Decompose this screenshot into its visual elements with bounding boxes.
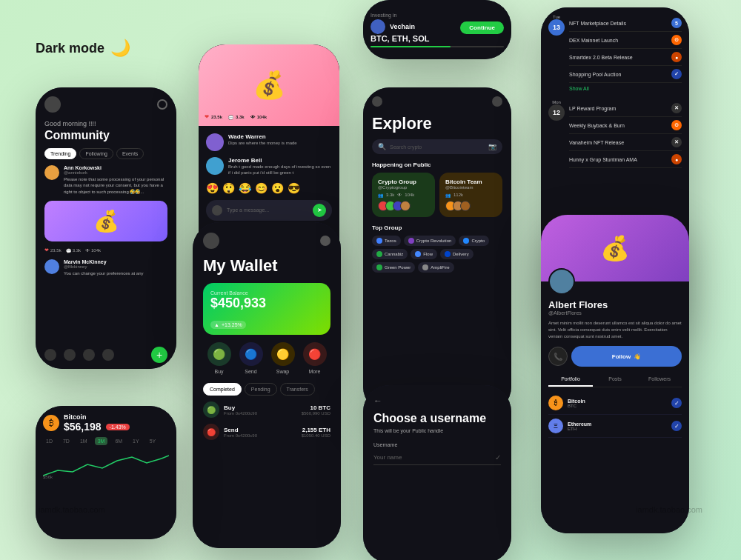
profile-avatar — [548, 268, 575, 295]
bitcoin-team-name: Bitcoin Team — [445, 179, 496, 185]
p1-nav-bell[interactable] — [83, 349, 95, 361]
p1-search-icon[interactable] — [157, 99, 167, 110]
hero-coin-icon: 💰 — [600, 234, 630, 262]
profile-bio: Amet minim mollit non deserunt ullamco e… — [548, 320, 682, 340]
tab-following[interactable]: Following — [79, 148, 113, 159]
tab-transfers[interactable]: Transfers — [280, 383, 315, 396]
p1-bottom-bar: + — [44, 347, 167, 363]
follow-button[interactable]: Follow 👋 — [571, 346, 682, 367]
back-icon[interactable] — [372, 96, 382, 107]
tuesday-badge: Tue 13 — [548, 15, 565, 36]
phone-call-button[interactable]: 📞 — [548, 347, 568, 366]
more-label: More — [309, 369, 321, 374]
p1-nav-home[interactable] — [44, 349, 56, 361]
bitcoin-icon: ₿ — [43, 415, 59, 431]
tab-followers[interactable]: Followers — [637, 373, 682, 387]
emoji-6[interactable]: 😎 — [288, 182, 300, 194]
tag-tezos[interactable]: Tezos — [372, 236, 401, 246]
tab-trending[interactable]: Trending — [44, 148, 76, 159]
event-hunny: Hunny x Grup Stuntman AMA ● — [569, 151, 682, 168]
cannabiz-dot — [376, 251, 382, 257]
bitcoin-chart-svg: $56k — [43, 450, 169, 479]
p1-post2-text: You can change your preferences at any — [64, 270, 144, 276]
emoji-1[interactable]: 😍 — [206, 182, 219, 194]
p2-input-placeholder: Type a message... — [227, 207, 308, 213]
p4-search-bar[interactable]: 🔍 Search crypto 📷 — [372, 139, 502, 154]
tag-cannabiz[interactable]: Cannabiz — [372, 249, 408, 259]
p1-post1-name: Ann Korkowski — [64, 165, 167, 170]
tab-1y[interactable]: 1Y — [130, 437, 142, 445]
community-screen: Good morning !!!! Community Trending Fol… — [36, 87, 176, 369]
tab-3m[interactable]: 3M — [95, 437, 108, 445]
tuesday-events: NFT Marketplace Details 5 DEX Mainnet La… — [569, 15, 682, 94]
emoji-4[interactable]: 😊 — [255, 182, 268, 194]
p3-more-icon[interactable] — [320, 236, 330, 246]
send-icon[interactable]: 🔵 — [239, 342, 263, 366]
camera-icon: 📷 — [488, 143, 496, 150]
emoji-2[interactable]: 😲 — [222, 182, 235, 194]
tab-1d[interactable]: 1D — [43, 437, 56, 445]
vechain-screen: Investing in Vechain BTC, ETH, SOL Conti… — [363, 0, 511, 59]
p2-user2-text: Bruh t good made enough days of investin… — [228, 164, 332, 176]
phone-profile: 💰 Albert Flores @AlbertFlores Amet minim… — [541, 215, 689, 533]
p1-post2-name: Marvin McKinney — [64, 259, 144, 264]
p2-send-button[interactable]: ➤ — [313, 204, 326, 217]
delivery-dot — [445, 251, 451, 257]
p4-topbar — [372, 96, 502, 107]
crypto-group-stats: 👥 3.3k 👁 104k — [378, 193, 429, 198]
tag-amplifire[interactable]: AmpliFire — [418, 262, 453, 273]
tab-6m[interactable]: 6M — [112, 437, 125, 445]
smartdex-badge: ● — [671, 52, 682, 62]
p1-nav-search[interactable] — [64, 349, 76, 361]
tag-green-power[interactable]: Green Power — [372, 262, 415, 273]
p1-views: 👁 104k — [85, 248, 101, 253]
tab-pending[interactable]: Pending — [245, 383, 277, 396]
tab-5y[interactable]: 5Y — [147, 437, 159, 445]
more-icon[interactable]: 🔴 — [303, 342, 327, 366]
p3-user-avatar[interactable] — [203, 233, 219, 249]
p1-nav-profile[interactable] — [102, 349, 114, 361]
p3-balance-card: Current Balance $450,933 ▲ +13.25% — [203, 283, 330, 335]
buy-icon[interactable]: 🟢 — [207, 342, 231, 366]
search-placeholder: Search crypto — [390, 144, 485, 150]
username-input-field[interactable]: Your name ✓ — [373, 450, 501, 465]
p1-stats: ❤ 23.5k 💬 3.3k 👁 104k — [44, 247, 167, 253]
p3-wallet-title: My Wallet — [203, 256, 330, 276]
username-field-label: Username — [373, 442, 501, 447]
tab-portfolio[interactable]: Portfolio — [548, 373, 593, 387]
tab-completed[interactable]: Completed — [203, 383, 242, 396]
p7-back-icon[interactable]: ← — [373, 396, 501, 406]
tab-1m[interactable]: 1M — [77, 437, 90, 445]
nft-badge: 5 — [671, 18, 682, 28]
tag-delivery[interactable]: Delivery — [440, 249, 473, 259]
p1-post1: Ann Korkowski @anniekork Please note tha… — [44, 165, 167, 195]
tag-crypto-rev[interactable]: Crypto Revolution — [404, 236, 456, 246]
p4-group-crypto[interactable]: Crypto Group @Cryptogroup 👥 3.3k 👁 104k — [372, 173, 435, 217]
profile-screen: 💰 Albert Flores @AlbertFlores Amet minim… — [541, 215, 689, 533]
search-icon: 🔍 — [378, 143, 386, 150]
show-all-link[interactable]: Show All — [569, 86, 682, 91]
btc-check: ✓ — [671, 398, 682, 408]
continue-button[interactable]: Continue — [460, 21, 504, 34]
swap-icon[interactable]: 🟡 — [271, 342, 295, 366]
menu-icon[interactable] — [492, 96, 502, 107]
tab-posts[interactable]: Posts — [593, 373, 637, 387]
p6-time-tabs: 1D 7D 1M 3M 6M 1Y 5Y — [43, 437, 169, 445]
tab-events[interactable]: Events — [116, 148, 144, 159]
p1-user-avatar[interactable] — [44, 96, 61, 113]
tag-flow[interactable]: Flow — [411, 249, 437, 259]
emoji-5[interactable]: 😮 — [271, 182, 284, 194]
p2-hero-image: 💰 ❤ 23.5k 💬 3.3k 👁 104k — [199, 44, 339, 126]
watermark-left: iamdk.taobao.com — [39, 505, 105, 514]
p1-add-button[interactable]: + — [151, 347, 167, 363]
emoji-3[interactable]: 😂 — [239, 182, 251, 194]
p2-message-input[interactable]: Type a message... ➤ — [206, 200, 332, 221]
p1-greeting: Good morning !!!! — [44, 120, 167, 127]
p4-group-bitcoin[interactable]: Bitcoin Team @Bitcointeam 👥 112k — [439, 173, 502, 217]
phone-explore: Explore 🔍 Search crypto 📷 Happening on P… — [363, 87, 511, 413]
p3-send-icon: 🔴 — [203, 424, 219, 440]
tab-7d[interactable]: 7D — [60, 437, 73, 445]
tag-crypto[interactable]: Crypto — [459, 236, 489, 246]
moon-icon: 🌙 — [110, 39, 130, 58]
vechain-name: Vechain — [390, 23, 415, 30]
